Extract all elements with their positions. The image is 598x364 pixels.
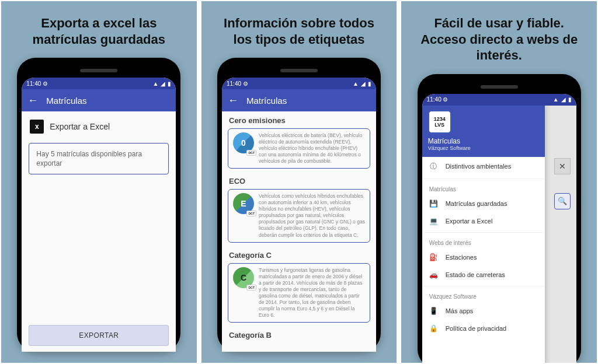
headline: Fácil de usar y fiable. Acceso directo a… (401, 1, 597, 72)
info-box: Hay 5 matrículas disponibles para export… (29, 143, 169, 174)
app-logo: 1234 LVS (428, 110, 451, 134)
search-icon[interactable]: 🔍 (554, 193, 571, 209)
status-bar: 11:40 ⚙ ▲ ◢ ▮ (422, 94, 576, 106)
signal-icon: ◢ (161, 80, 165, 87)
battery-icon: ▮ (168, 80, 171, 87)
close-icon[interactable]: ✕ (554, 158, 571, 174)
signal-icon: ◢ (561, 96, 566, 103)
phone-frame: 11:40 ⚙ ▲ ◢ ▮ ← Matrículas Cero emisione… (217, 58, 381, 352)
app-bar: ← Matrículas (222, 89, 376, 111)
drawer-header: 1234 LVS Matrículas Vázquez Software (422, 106, 545, 157)
battery-icon: ▮ (368, 80, 371, 87)
drawer-item-privacidad[interactable]: 🔒 Política de privacidad (422, 320, 545, 337)
drawer-item-label: Estaciones (446, 254, 477, 261)
lock-icon: 🔒 (429, 324, 437, 332)
drawer-item-guardadas[interactable]: 💾 Matrículas guardadas (422, 195, 545, 212)
drawer-item-label: Exportar a Excel (446, 218, 493, 225)
drawer-item-label: Más apps (446, 307, 474, 314)
drawer-app-name: Matrículas (428, 137, 539, 145)
gear-icon: ⚙ (243, 80, 248, 87)
signal-icon: ◢ (361, 80, 366, 87)
drawer-item-estaciones[interactable]: ⛽ Estaciones (422, 249, 545, 266)
battery-icon: ▮ (568, 96, 572, 103)
gear-icon: ⚙ (43, 80, 48, 87)
category-title: Cero emisiones (222, 111, 376, 127)
category-title: ECO (222, 172, 376, 188)
category-description: Vehículos como vehículos híbridos enchuf… (259, 193, 365, 238)
export-button[interactable]: EXPORTAR (29, 325, 169, 346)
category-title: Categoría C (222, 246, 376, 262)
car-icon: 🚗 (429, 271, 437, 279)
badge-eco-icon: EDGT (233, 193, 254, 214)
drawer-vendor: Vázquez Software (428, 145, 539, 151)
export-row-label: Exportar a Excel (50, 122, 110, 131)
category-card[interactable]: 0DGT Vehículos eléctricos de batería (BE… (228, 128, 370, 169)
wifi-icon: ▲ (152, 80, 158, 87)
phone-frame: 11:40 ⚙ ▲ ◢ ▮ ← Matrículas x Exportar a … (17, 58, 180, 352)
wifi-icon: ▲ (553, 96, 559, 103)
app-bar-title: Matrículas (246, 96, 287, 106)
category-title: Categoría B (222, 326, 376, 342)
drawer-item-label: Matrículas guardadas (446, 200, 507, 207)
save-icon: 💾 (429, 200, 437, 208)
headline: Información sobre todos los tipos de eti… (201, 1, 397, 55)
export-row[interactable]: x Exportar a Excel (22, 111, 176, 139)
laptop-icon: 💻 (429, 217, 437, 225)
status-bar: 11:40 ⚙ ▲ ◢ ▮ (22, 78, 176, 89)
category-description: Vehículos eléctricos de batería (BEV), v… (259, 132, 365, 164)
promo-panel-1: Exporta a excel las matrículas guardadas… (1, 1, 197, 363)
app-bar-title: Matrículas (46, 96, 86, 106)
drawer-item-exportar[interactable]: 💻 Exportar a Excel (422, 212, 545, 230)
back-icon[interactable]: ← (228, 94, 238, 107)
status-bar: 11:40 ⚙ ▲ ◢ ▮ (222, 78, 376, 89)
phone-icon: 📱 (429, 307, 437, 315)
drawer-item-label: Política de privacidad (446, 325, 507, 332)
promo-panel-3: Fácil de usar y fiable. Acceso directo a… (401, 1, 597, 363)
phone-frame: 11:40 ⚙ ▲ ◢ ▮ ✕ 🔍 1234 LVS (418, 74, 581, 363)
category-card[interactable]: EDGT Vehículos como vehículos híbridos e… (228, 189, 370, 242)
navigation-drawer: 1234 LVS Matrículas Vázquez Software ⓘ D… (422, 106, 545, 363)
excel-icon: x (30, 120, 44, 134)
drawer-section-label: Matrículas (422, 181, 545, 195)
drawer-item-carreteras[interactable]: 🚗 Estado de carreteras (422, 266, 545, 284)
drawer-item-distintivos[interactable]: ⓘ Distintivos ambientales (422, 157, 545, 176)
category-description: Turismos y furgonetas ligeras de gasolin… (259, 267, 365, 318)
drawer-section-label: Vázquez Software (422, 289, 545, 302)
badge-c-icon: CDGT (233, 267, 254, 288)
drawer-item-label: Distintivos ambientales (446, 163, 512, 170)
badge-zero-icon: 0DGT (233, 132, 254, 153)
wifi-icon: ▲ (353, 80, 359, 87)
info-icon: ⓘ (429, 162, 437, 172)
back-icon[interactable]: ← (27, 94, 38, 107)
headline: Exporta a excel las matrículas guardadas (1, 1, 197, 55)
fuel-icon: ⛽ (429, 253, 437, 261)
drawer-item-label: Estado de carreteras (446, 271, 505, 278)
gear-icon: ⚙ (443, 96, 448, 103)
drawer-section-label: Webs de interés (422, 235, 545, 249)
category-card[interactable]: CDGT Turismos y furgonetas ligeras de ga… (228, 263, 370, 323)
app-bar: ← Matrículas (22, 89, 176, 111)
drawer-item-mas-apps[interactable]: 📱 Más apps (422, 302, 545, 320)
promo-panel-2: Información sobre todos los tipos de eti… (201, 1, 397, 363)
